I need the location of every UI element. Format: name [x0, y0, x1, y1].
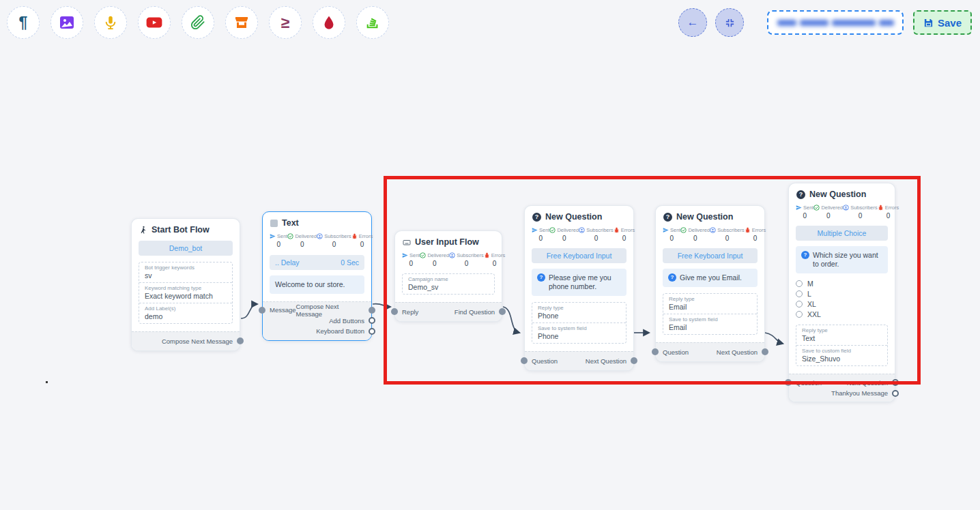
input-label: Question [796, 379, 822, 387]
topbar-actions: ← Save [678, 8, 972, 37]
question-mark-icon: ? [668, 273, 676, 282]
node-header: Start Bot Flow [132, 219, 240, 235]
input-port-reply[interactable] [391, 308, 398, 315]
subscribers-icon [579, 227, 585, 233]
question-mark-icon: ? [801, 251, 809, 259]
question-preview[interactable]: ? Give me you Email. [663, 269, 758, 287]
question-icon: ? [796, 190, 805, 199]
question-fields: Reply type Text Save to custom field Siz… [796, 325, 888, 366]
node-new-question-size[interactable]: ? New Question Sent0 Delivered0 Subscrib… [788, 183, 895, 402]
delivered-icon [420, 252, 426, 258]
radio-icon [796, 301, 803, 308]
save-button[interactable]: Save [913, 10, 972, 35]
text-block-icon [270, 220, 278, 227]
input-port-message[interactable] [259, 307, 265, 314]
node-user-input-flow[interactable]: User Input Flow Sent0 Delivered0 Subscri… [394, 230, 502, 322]
arrow-left-icon: ← [687, 16, 699, 29]
option-m[interactable]: M [796, 280, 888, 288]
field-bot-trigger-keywords[interactable]: Bot trigger keywords sv [139, 262, 232, 282]
field-reply-type[interactable]: Reply type Text [796, 325, 887, 345]
input-label: Question [532, 357, 558, 365]
blurred-text [832, 20, 876, 26]
input-label: Question [663, 348, 689, 356]
image-icon [59, 14, 75, 31]
sent-icon [796, 205, 802, 211]
field-add-labels[interactable]: Add Label(s) demo [139, 303, 232, 323]
sequence-element-button[interactable] [356, 6, 389, 39]
audio-element-button[interactable] [94, 6, 127, 39]
paperclip-icon [190, 15, 205, 30]
errors-count: 0 [360, 241, 364, 248]
option-l[interactable]: L [796, 290, 888, 298]
output-port-thankyou-message[interactable] [892, 390, 899, 397]
compress-icon [725, 18, 735, 28]
output-label: Thankyou Message [831, 389, 888, 397]
youtube-icon [145, 14, 163, 31]
option-xl[interactable]: XL [796, 300, 888, 308]
text-element-button[interactable]: ¶ [7, 6, 40, 39]
field-save-to-system-field[interactable]: Save to system field Email [663, 314, 757, 334]
stats-row: Sent0 Delivered0 Subscribers0 Errors0 [270, 233, 364, 248]
file-element-button[interactable] [182, 6, 214, 39]
drip-element-button[interactable] [313, 6, 345, 39]
output-label: Keyboard Button [316, 327, 364, 335]
output-port-compose-next-message[interactable] [237, 338, 244, 344]
microphone-icon [103, 15, 118, 30]
output-port-next-question[interactable] [631, 357, 637, 364]
field-campaign-name[interactable]: Campaign name Demo_sv [403, 274, 494, 294]
field-save-to-custom-field[interactable]: Save to custom field Size_Shuvo [796, 345, 887, 365]
question-preview[interactable]: ? Which size you want to order. [796, 246, 888, 273]
canvas-dot-artifact [46, 381, 48, 383]
stats-row: Sent0 Delivered0 Subscribers0 Errors0 [532, 227, 626, 242]
question-icon: ? [663, 213, 672, 222]
node-text[interactable]: Text Sent0 Delivered0 Subscribers0 Error… [262, 211, 372, 341]
paragraph-icon: ¶ [19, 15, 28, 31]
back-button[interactable]: ← [678, 8, 707, 37]
stats-row: Sent0 Delivered0 Subscribers0 Errors0 [663, 227, 758, 242]
flow-name-input[interactable] [767, 10, 904, 35]
store-icon [233, 14, 250, 31]
choice-options: M L XL XXL [796, 280, 888, 318]
errors-icon [878, 205, 884, 211]
output-port-keyboard-button[interactable] [369, 328, 375, 335]
field-reply-type[interactable]: Reply type Email [663, 294, 757, 314]
option-xxl[interactable]: XXL [796, 310, 888, 318]
output-port-compose-next-message[interactable] [369, 307, 375, 314]
output-label: Next Question [586, 357, 626, 365]
question-type-button[interactable]: Multiple Choice [796, 226, 888, 241]
output-port-add-buttons[interactable] [369, 317, 375, 324]
field-reply-type[interactable]: Reply type Phone [532, 303, 626, 322]
subscribers-icon [710, 227, 716, 233]
output-port-next-question[interactable] [762, 348, 768, 355]
question-preview[interactable]: ? Please give me you phone number. [532, 269, 626, 296]
input-port-question[interactable] [521, 357, 528, 364]
node-start-bot-flow[interactable]: Start Bot Flow Demo_bot Bot trigger keyw… [131, 218, 240, 351]
field-keyword-matching-type[interactable]: Keyword matching type Exact keyword matc… [139, 282, 232, 303]
errors-icon [614, 227, 620, 233]
input-port-question[interactable] [785, 379, 792, 386]
image-element-button[interactable] [51, 6, 83, 39]
node-new-question-email[interactable]: ? New Question Sent0 Delivered0 Subscrib… [655, 205, 765, 362]
message-preview[interactable]: Welcome to our store. [270, 275, 364, 294]
field-save-to-system-field[interactable]: Save to system field Phone [532, 322, 626, 343]
question-type-button[interactable]: Free Keyboard Input [663, 248, 758, 263]
delay-row[interactable]: .. Delay 0 Sec [270, 255, 364, 270]
output-port-find-question[interactable] [499, 308, 506, 315]
node-title: New Question [809, 190, 866, 199]
node-new-question-phone[interactable]: ? New Question Sent0 Delivered0 Subscrib… [524, 205, 634, 371]
delivered-icon [549, 227, 556, 233]
input-port-question[interactable] [652, 348, 659, 355]
question-type-button[interactable]: Free Keyboard Input [532, 248, 626, 263]
output-port-next-question[interactable] [892, 379, 899, 386]
video-element-button[interactable] [138, 6, 171, 39]
node-header: Text [263, 212, 371, 228]
subscribers-icon [449, 252, 455, 258]
ecommerce-element-button[interactable] [225, 6, 258, 39]
fit-view-button[interactable] [715, 8, 744, 37]
bot-name-button[interactable]: Demo_bot [139, 241, 233, 256]
stats-row: Sent0 Delivered0 Subscribers0 Errors0 [796, 205, 888, 220]
save-button-label: Save [938, 17, 962, 29]
condition-element-button[interactable]: ≥ [269, 6, 302, 39]
sent-icon [402, 252, 408, 258]
question-mark-icon: ? [537, 273, 545, 282]
